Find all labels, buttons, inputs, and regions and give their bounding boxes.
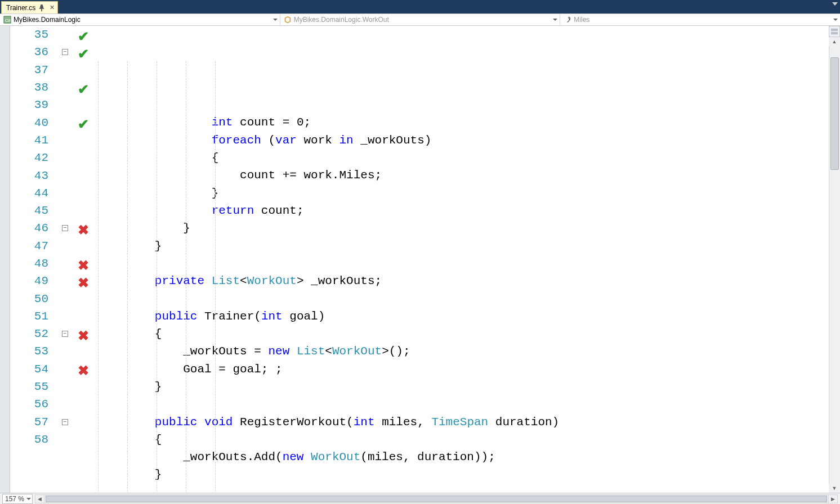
svg-rect-3 (831, 32, 838, 34)
code-line[interactable]: } (98, 378, 840, 395)
check-icon: ✔ (78, 46, 90, 58)
code-line[interactable]: foreach (var work in _workOuts) (98, 132, 840, 149)
line-number: 37 (10, 64, 61, 76)
code-line[interactable] (98, 290, 840, 307)
fold-minus-icon[interactable]: − (62, 225, 68, 231)
chevron-down-icon (833, 19, 838, 21)
line-number: 52 (10, 327, 61, 340)
cross-icon: ✖ (78, 328, 90, 340)
pin-icon[interactable] (38, 4, 46, 12)
code-line[interactable]: Goal = goal; ; (98, 361, 840, 378)
line-number: 44 (10, 187, 61, 200)
code-editor[interactable]: int count = 0; foreach (var work in _wor… (98, 26, 840, 493)
line-number: 47 (10, 240, 61, 253)
tab-bar: Trainer.cs ✕ (0, 0, 840, 14)
line-number: 48 (10, 257, 61, 270)
cross-icon: ✖ (78, 222, 90, 235)
fold-minus-icon[interactable]: − (62, 331, 68, 337)
line-number: 55 (10, 380, 61, 393)
code-line[interactable]: return count; (98, 202, 840, 219)
chevron-down-icon (26, 498, 31, 500)
status-bar: 157 % ◀ ▶ (0, 493, 840, 504)
tab-label: Trainer.cs (6, 4, 35, 12)
check-icon: ✔ (78, 82, 90, 94)
code-line[interactable]: count += work.Miles; (98, 166, 840, 184)
property-icon (564, 16, 571, 24)
line-number: 39 (10, 98, 61, 111)
zoom-label: 157 % (5, 495, 24, 503)
line-number: 40 (10, 116, 61, 129)
editor-area: 3536−37383940414243444546−474849505152−5… (0, 26, 840, 493)
check-icon: ✔ (78, 116, 90, 129)
line-number: 38 (10, 81, 61, 94)
dash-icon (78, 416, 90, 428)
class-icon (284, 16, 292, 24)
line-number: 56 (10, 398, 61, 411)
code-line[interactable]: int count = 0; (98, 114, 840, 131)
line-number: 53 (10, 345, 61, 358)
line-number: 49 (10, 274, 61, 287)
member-label: Miles (574, 16, 589, 24)
code-line[interactable]: { (98, 149, 840, 166)
code-line[interactable]: public void RegisterWorkout(int miles, T… (98, 413, 840, 431)
line-number: 36 (10, 46, 61, 58)
code-line[interactable]: } (98, 219, 840, 237)
code-line[interactable] (98, 484, 840, 493)
namespace-dropdown[interactable]: C# MyBikes.DomainLogic (0, 14, 280, 25)
svg-text:C#: C# (5, 18, 11, 23)
csharp-file-icon: C# (3, 16, 11, 24)
line-number: 50 (10, 292, 61, 305)
code-line[interactable]: public Trainer(int goal) (98, 308, 840, 325)
code-line[interactable]: { (98, 325, 840, 343)
window-menu-dropdown-icon[interactable] (832, 2, 838, 6)
coverage-marks-column: ✔✔✔✔✖✖✖✖✖ (78, 26, 98, 493)
class-label: MyBikes.DomainLogic.WorkOut (294, 16, 389, 24)
cross-icon: ✖ (78, 275, 90, 287)
code-line[interactable]: { (98, 431, 840, 448)
code-line[interactable]: } (98, 184, 840, 202)
navigation-bar: C# MyBikes.DomainLogic MyBikes.DomainLog… (0, 14, 840, 26)
line-number: 35 (10, 28, 61, 41)
code-line[interactable]: } (98, 237, 840, 255)
code-line[interactable] (98, 255, 840, 272)
zoom-level-dropdown[interactable]: 157 % (2, 494, 33, 504)
cross-icon: ✖ (78, 363, 90, 375)
check-icon: ✔ (78, 29, 90, 41)
line-number: 58 (10, 433, 61, 446)
close-icon[interactable]: ✕ (48, 4, 56, 12)
line-number: 45 (10, 204, 61, 217)
split-editor-icon[interactable] (829, 26, 840, 37)
code-line[interactable]: _workOuts = new List<WorkOut>(); (98, 343, 840, 360)
line-number: 41 (10, 134, 61, 147)
code-line[interactable]: private List<WorkOut> _workOuts; (98, 272, 840, 290)
scroll-up-arrow-icon[interactable]: ▲ (829, 37, 840, 46)
scroll-right-arrow-icon[interactable]: ▶ (828, 495, 837, 503)
fold-minus-icon[interactable]: − (62, 419, 68, 425)
line-number: 42 (10, 151, 61, 164)
chevron-down-icon (553, 19, 557, 21)
line-number: 51 (10, 310, 61, 323)
tab-trainer-cs[interactable]: Trainer.cs ✕ (1, 1, 58, 14)
code-line[interactable] (98, 395, 840, 413)
line-number-gutter: 3536−37383940414243444546−474849505152−5… (10, 26, 78, 493)
outline-collapse-bar[interactable] (0, 26, 10, 493)
horizontal-scrollbar-thumb[interactable] (46, 496, 827, 502)
code-line[interactable]: } (98, 466, 840, 483)
class-dropdown[interactable]: MyBikes.DomainLogic.WorkOut (280, 14, 561, 25)
line-number: 46 (10, 222, 61, 235)
vertical-scrollbar[interactable] (829, 46, 840, 484)
namespace-label: MyBikes.DomainLogic (14, 16, 81, 24)
code-line[interactable]: _workOuts.Add(new WorkOut(miles, duratio… (98, 448, 840, 466)
line-number: 57 (10, 416, 61, 429)
scroll-left-arrow-icon[interactable]: ◀ (35, 495, 44, 503)
member-dropdown[interactable]: Miles (560, 14, 840, 25)
scroll-down-arrow-icon[interactable]: ▼ (829, 484, 840, 493)
vertical-scrollbar-thumb[interactable] (830, 57, 839, 170)
cross-icon: ✖ (78, 258, 90, 270)
horizontal-scrollbar[interactable]: ◀ ▶ (35, 494, 838, 503)
line-number: 43 (10, 169, 61, 182)
fold-minus-icon[interactable]: − (62, 49, 68, 55)
line-number: 54 (10, 363, 61, 376)
chevron-down-icon (273, 19, 278, 21)
svg-rect-2 (831, 29, 838, 31)
